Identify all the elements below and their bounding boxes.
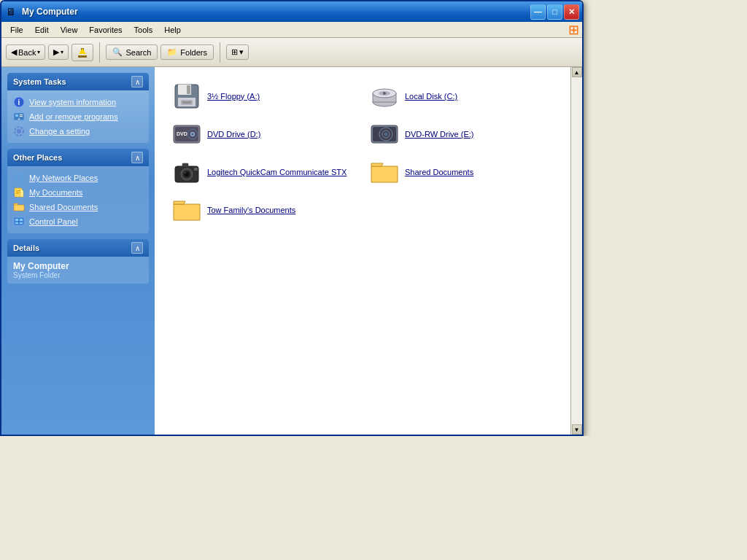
back-button[interactable]: ◀ Back ▾ [6, 44, 45, 60]
network-places-label: My Network Places [29, 174, 98, 182]
menu-view[interactable]: View [55, 24, 84, 36]
floppy-icon [172, 82, 201, 111]
floppy-drive-item[interactable]: 3½ Floppy (A:) [166, 79, 361, 114]
view-icon: ⊞ [231, 47, 238, 57]
view-system-info-label: View system information [29, 98, 116, 106]
toolbar: ◀ Back ▾ ▶ ▾ 🔍 Search 📁 Folders [1, 38, 582, 67]
dvd-drive-d-item[interactable]: DVD DVD Drive (D:) [166, 117, 361, 152]
scroll-up-button[interactable]: ▲ [572, 67, 582, 77]
my-documents-link[interactable]: My Documents [13, 185, 143, 200]
other-places-header[interactable]: Other Places ∧ [7, 149, 149, 166]
details-title-label: Details [13, 244, 39, 252]
shared-documents-link[interactable]: Shared Documents [13, 200, 143, 214]
svg-text:i: i [18, 98, 20, 106]
svg-rect-22 [15, 222, 18, 224]
camera-item[interactable]: Logitech QuickCam Communicate STX [166, 155, 361, 190]
change-setting-link[interactable]: Change a setting [13, 124, 143, 139]
menu-help[interactable]: Help [158, 24, 187, 36]
dvdrw-drive-e-item[interactable]: DVD-RW Drive (E:) [364, 117, 559, 152]
camera-icon [172, 158, 201, 187]
other-places-collapse[interactable]: ∧ [131, 152, 143, 163]
forward-dropdown-icon: ▾ [61, 49, 63, 55]
add-remove-label: Add or remove programs [29, 112, 118, 121]
svg-rect-29 [182, 101, 191, 104]
svg-rect-21 [20, 219, 23, 221]
details-item-title: My Computer [13, 261, 143, 271]
svg-rect-19 [14, 217, 24, 225]
forward-icon: ▶ [53, 47, 59, 57]
details-header[interactable]: Details ∧ [7, 239, 149, 257]
file-area: 3½ Floppy (A:) Local Disk (C:) [155, 67, 570, 435]
local-disk-c-label: Local Disk (C:) [405, 91, 457, 101]
menu-tools[interactable]: Tools [128, 24, 159, 36]
folders-icon: 📁 [167, 47, 177, 57]
dvd-d-label: DVD Drive (D:) [207, 129, 260, 139]
svg-rect-20 [15, 219, 18, 221]
up-button[interactable] [71, 44, 93, 61]
svg-rect-23 [20, 222, 23, 224]
right-scrollbar[interactable]: ▲ ▼ [570, 67, 582, 435]
folders-button[interactable]: 📁 Folders [160, 44, 214, 60]
svg-rect-17 [16, 192, 20, 192]
svg-point-46 [385, 133, 387, 135]
svg-point-40 [192, 133, 194, 136]
up-icon [77, 47, 88, 58]
my-documents-label: My Documents [29, 188, 82, 197]
menubar: File Edit View Favorites Tools Help ⊞ [1, 22, 582, 38]
floppy-label: 3½ Floppy (A:) [207, 91, 260, 101]
other-places-title: Other Places [13, 153, 62, 162]
main-window: 🖥 My Computer — □ ✕ File Edit View Favor… [0, 0, 584, 436]
menu-edit[interactable]: Edit [29, 24, 55, 36]
svg-text:DVD: DVD [177, 131, 187, 136]
svg-rect-26 [187, 85, 190, 94]
forward-button[interactable]: ▶ ▾ [48, 44, 69, 60]
control-panel-label: Control Panel [29, 217, 78, 226]
svg-point-10 [17, 129, 21, 133]
svg-point-51 [185, 172, 186, 174]
system-tasks-collapse[interactable]: ∧ [131, 76, 143, 88]
back-label: Back [18, 48, 36, 57]
dvdrw-e-label: DVD-RW Drive (E:) [405, 129, 474, 139]
menu-file[interactable]: File [4, 24, 29, 36]
close-button[interactable]: ✕ [564, 4, 579, 20]
details-panel: Details ∧ My Computer System Folder [7, 239, 149, 284]
menu-favorites[interactable]: Favorites [83, 24, 128, 36]
camera-label: Logitech QuickCam Communicate STX [207, 167, 347, 177]
harddisk-c-icon [370, 82, 399, 111]
shared-documents-item[interactable]: Shared Documents [364, 155, 559, 190]
family-docs-icon [172, 195, 201, 225]
family-documents-item[interactable]: Tow Family's Documents [166, 192, 361, 228]
toolbar-separator-2 [220, 42, 220, 63]
titlebar-left: 🖥 My Computer [6, 6, 78, 18]
minimize-button[interactable]: — [530, 4, 546, 20]
svg-text:+: + [18, 117, 20, 122]
my-documents-icon [13, 187, 25, 198]
shared-documents-label: Shared Documents [29, 203, 98, 211]
svg-rect-16 [16, 190, 20, 191]
other-places-body: My Network Places My Docu [7, 166, 149, 233]
scroll-down-button[interactable]: ▼ [572, 424, 582, 435]
settings-icon [13, 125, 25, 137]
search-button[interactable]: 🔍 Search [106, 44, 158, 60]
search-label: Search [125, 48, 151, 57]
change-setting-label: Change a setting [29, 127, 90, 136]
details-body: My Computer System Folder [7, 257, 149, 284]
shared-documents-file-label: Shared Documents [405, 167, 473, 177]
svg-point-34 [383, 92, 386, 95]
local-disk-c-item[interactable]: Local Disk (C:) [364, 79, 559, 114]
svg-rect-52 [182, 163, 188, 167]
view-button[interactable]: ⊞ ▾ [226, 44, 249, 60]
add-remove-programs-link[interactable]: + Add or remove programs [13, 109, 143, 124]
details-item-subtitle: System Folder [13, 271, 143, 279]
family-documents-label: Tow Family's Documents [207, 205, 295, 215]
maximize-button[interactable]: □ [547, 4, 562, 20]
system-tasks-header[interactable]: System Tasks ∧ [7, 73, 149, 90]
view-system-info-link[interactable]: i View system information [13, 95, 143, 109]
window-controls: — □ ✕ [530, 4, 579, 20]
control-panel-icon [13, 216, 25, 228]
add-remove-icon: + [13, 111, 25, 122]
main-area: System Tasks ∧ i View system information [1, 67, 582, 435]
details-collapse[interactable]: ∧ [131, 242, 143, 254]
control-panel-link[interactable]: Control Panel [13, 214, 143, 229]
my-network-places-link[interactable]: My Network Places [13, 171, 143, 185]
